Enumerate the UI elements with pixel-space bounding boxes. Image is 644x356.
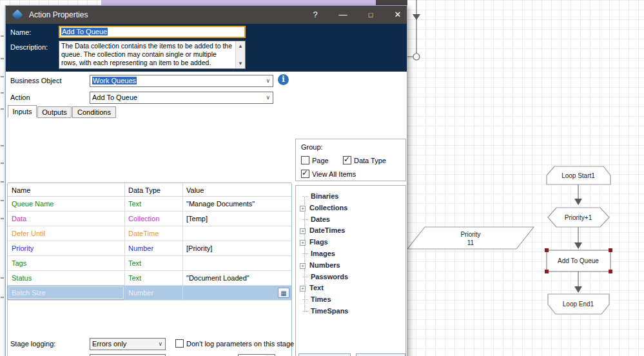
table-cell[interactable]: Number [124, 286, 182, 300]
table-cell[interactable]: "Document Loaded" [182, 271, 291, 285]
calculation-label: Priority+1 [565, 214, 592, 221]
description-textarea[interactable]: The Data collection contains the items t… [59, 41, 246, 69]
table-row[interactable]: DataCollection[Temp] [8, 212, 291, 226]
tree-branch-line [302, 311, 308, 312]
tree-item-flags[interactable]: +Flags [300, 238, 328, 248]
table-cell[interactable]: Collection [124, 212, 182, 226]
group-panel: Group: Page ✓Data Type ✓View All Items [295, 139, 406, 181]
data-item-label: Priority [460, 231, 480, 238]
description-scrollbar[interactable]: ▲ ▼ [235, 41, 245, 68]
business-object-select[interactable]: Work Queues ∨ [90, 75, 273, 87]
action-properties-dialog: Action Properties ? — □ ✕ Name: Add To Q… [5, 5, 407, 356]
table-row[interactable]: Batch SizeNumber▦ [8, 286, 291, 301]
table-row[interactable]: Defer UntilDateTime [8, 226, 291, 241]
close-button[interactable]: ✕ [387, 9, 408, 21]
maximize-button[interactable]: □ [360, 9, 381, 21]
cancel-button[interactable]: Cancel [356, 353, 405, 356]
tree-item-label: Collections [309, 204, 347, 212]
checkbox-view-all-items[interactable]: ✓View All Items [301, 170, 356, 178]
tree-item-passwords[interactable]: Passwords [300, 273, 348, 283]
tree-item-label: Flags [309, 238, 328, 246]
table-cell[interactable]: Data [8, 212, 124, 226]
tree-item-times[interactable]: Times [300, 295, 331, 306]
page-checkbox-box[interactable] [301, 156, 309, 164]
tree-item-label: Times [311, 295, 331, 303]
table-row[interactable]: Queue NameText"Manage Documents" [8, 197, 291, 212]
tree-branch-line [302, 219, 308, 220]
scroll-up-icon[interactable]: ▲ [236, 42, 245, 50]
tree-item-images[interactable]: Images [300, 250, 335, 260]
scroll-down-icon[interactable]: ▼ [236, 59, 245, 68]
tree-item-timespans[interactable]: TimeSpans [300, 307, 349, 317]
table-cell[interactable]: Number [124, 241, 182, 255]
page-checkbox-label: Page [312, 157, 329, 164]
table-cell[interactable]: [Priority] [182, 241, 291, 255]
expand-icon[interactable]: + [300, 263, 306, 269]
table-cell[interactable]: "Manage Documents" [182, 197, 291, 211]
table-cell[interactable]: Queue Name [8, 197, 124, 211]
data-type-tree: Binaries+CollectionsDates+DateTimes+Flag… [295, 185, 406, 356]
tree-item-label: TimeSpans [311, 307, 349, 315]
table-cell[interactable] [182, 286, 291, 300]
chevron-down-icon: ∨ [266, 92, 270, 103]
tab-outputs[interactable]: Outputs [37, 106, 72, 118]
dialog-titlebar[interactable]: Action Properties ? — □ ✕ [6, 6, 407, 24]
tree-item-datetimes[interactable]: +DateTimes [300, 226, 345, 237]
minimize-button[interactable]: — [333, 9, 353, 21]
view-all-checkbox-box[interactable]: ✓ [301, 170, 309, 178]
table-cell[interactable]: Text [124, 271, 182, 285]
tab-conditions[interactable]: Conditions [72, 106, 116, 118]
stage-logging-value: Errors only [92, 340, 126, 348]
expand-icon[interactable]: + [300, 206, 306, 212]
table-row[interactable]: TagsText [8, 256, 291, 271]
stage-logging-select[interactable]: Errors only ∨ [90, 338, 166, 350]
column-header-type[interactable]: Data Type [124, 183, 182, 196]
table-cell[interactable]: Text [124, 256, 182, 270]
tree-item-dates[interactable]: Dates [300, 215, 330, 226]
expression-calculator-button[interactable]: ▦ [278, 288, 289, 298]
checkbox-data-type[interactable]: ✓Data Type [343, 156, 386, 164]
checkbox-dont-log[interactable]: Don't log parameters on this stage [175, 339, 294, 348]
table-row[interactable]: PriorityNumber[Priority] [8, 241, 291, 256]
tree-item-collections[interactable]: +Collections [300, 204, 347, 214]
view-all-checkbox-label: View All Items [312, 170, 356, 178]
ok-button[interactable]: OK [298, 353, 351, 356]
tree-item-binaries[interactable]: Binaries [300, 192, 338, 203]
connector-circle[interactable] [413, 54, 420, 60]
data-type-checkbox-box[interactable]: ✓ [343, 156, 351, 164]
table-cell[interactable]: [Temp] [182, 212, 291, 226]
tree-item-label: Images [311, 250, 335, 257]
info-icon[interactable]: i [278, 74, 289, 85]
arrowhead-top [413, 14, 420, 20]
tree-item-numbers[interactable]: +Numbers [300, 261, 340, 272]
data-type-checkbox-label: Data Type [354, 157, 386, 164]
inputs-table: Name Data Type Value Queue NameText"Mana… [7, 183, 292, 356]
column-header-value[interactable]: Value [182, 183, 291, 196]
tree-item-text[interactable]: +Text [300, 284, 324, 294]
table-cell[interactable]: Priority [8, 241, 124, 255]
name-input[interactable]: Add To Queue [59, 26, 246, 38]
expand-icon[interactable]: + [300, 228, 306, 234]
business-object-value: Work Queues [92, 77, 137, 84]
expand-icon[interactable]: + [300, 286, 306, 292]
loop-end-label: Loop End1 [563, 301, 594, 308]
action-stage-icon [12, 10, 23, 21]
table-cell[interactable]: Defer Until [8, 226, 124, 241]
table-cell[interactable]: Tags [8, 256, 124, 270]
table-cell[interactable]: Batch Size [8, 286, 124, 300]
dont-log-checkbox-label: Don't log parameters on this stage [186, 340, 294, 348]
table-cell[interactable]: DateTime [124, 226, 182, 241]
checkbox-page[interactable]: Page [301, 156, 329, 164]
dont-log-checkbox-box[interactable] [175, 339, 184, 348]
table-cell[interactable] [182, 256, 291, 270]
column-header-name[interactable]: Name [8, 183, 124, 196]
table-row[interactable]: StatusText"Document Loaded" [8, 271, 291, 286]
tab-inputs[interactable]: Inputs [8, 105, 37, 118]
help-button[interactable]: ? [305, 9, 326, 21]
action-select[interactable]: Add To Queue ∨ [90, 92, 273, 104]
expand-icon[interactable]: + [300, 240, 306, 246]
table-cell[interactable] [182, 226, 291, 241]
table-cell[interactable]: Text [124, 197, 182, 211]
group-title: Group: [301, 143, 323, 151]
table-cell[interactable]: Status [8, 271, 124, 285]
